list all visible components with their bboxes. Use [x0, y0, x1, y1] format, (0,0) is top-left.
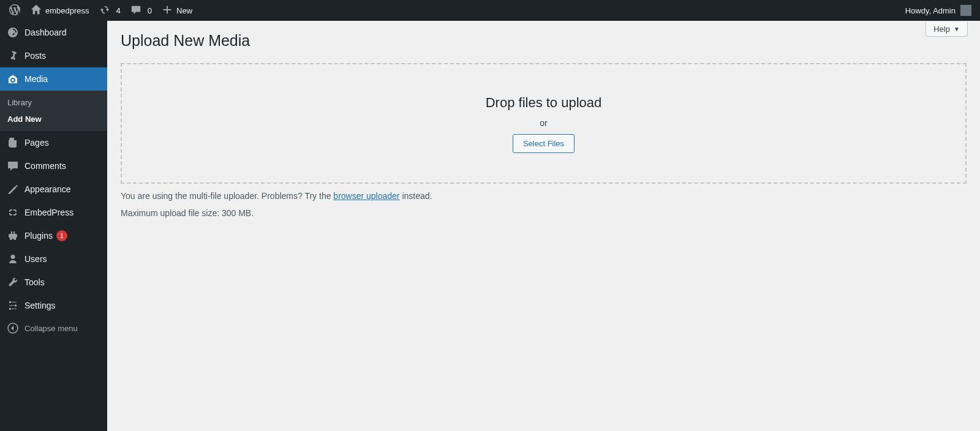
browser-uploader-link[interactable]: browser uploader — [333, 191, 399, 201]
page-title: Upload New Media — [121, 32, 967, 50]
help-label: Help — [933, 24, 950, 34]
new-content-link[interactable]: New — [157, 0, 197, 21]
updates-count: 4 — [116, 6, 121, 15]
comment-icon — [130, 4, 145, 17]
menu-tools[interactable]: Tools — [0, 271, 107, 294]
adminbar-left: embedpress 4 0 New — [4, 0, 197, 21]
menu-label: Posts — [24, 51, 46, 61]
media-icon — [6, 72, 20, 86]
menu-label: Comments — [24, 161, 66, 171]
dropzone-or: or — [134, 118, 953, 128]
appearance-icon — [6, 182, 20, 196]
plus-icon — [162, 4, 176, 17]
menu-plugins[interactable]: Plugins 1 — [0, 224, 107, 247]
wp-logo[interactable] — [4, 0, 26, 21]
menu-pages[interactable]: Pages — [0, 131, 107, 154]
comments-count: 0 — [148, 6, 152, 15]
avatar-icon — [960, 5, 971, 16]
howdy-text: Howdy, Admin — [905, 6, 956, 15]
new-label: New — [176, 6, 192, 15]
home-icon — [31, 4, 45, 17]
uploader-note: You are using the multi-file uploader. P… — [121, 191, 967, 201]
submenu-library[interactable]: Library — [0, 94, 107, 111]
submenu-media: Library Add New — [0, 91, 107, 131]
note-suffix: instead. — [400, 191, 432, 201]
dashboard-icon — [6, 26, 20, 39]
pushpin-icon — [6, 49, 20, 62]
update-icon — [99, 4, 114, 17]
users-icon — [6, 252, 20, 266]
menu-label: Appearance — [24, 184, 71, 194]
submenu-add-new[interactable]: Add New — [0, 111, 107, 127]
collapse-label: Collapse menu — [24, 324, 78, 333]
content-wrap: Upload New Media Drop files to upload or… — [107, 21, 980, 239]
chevron-down-icon: ▼ — [954, 26, 960, 32]
menu-label: Media — [24, 74, 48, 84]
menu-posts[interactable]: Posts — [0, 44, 107, 67]
menu-label: Plugins — [24, 231, 53, 241]
menu-media[interactable]: Media — [0, 67, 107, 91]
menu-embedpress[interactable]: EmbedPress — [0, 201, 107, 224]
menu-dashboard[interactable]: Dashboard — [0, 21, 107, 44]
comments-icon — [6, 159, 20, 173]
user-account-link[interactable]: Howdy, Admin — [900, 0, 976, 21]
admin-toolbar: embedpress 4 0 New Howdy, Admin — [0, 0, 980, 21]
admin-sidebar: Dashboard Posts Media Library Add New Pa… — [0, 21, 107, 431]
menu-comments[interactable]: Comments — [0, 154, 107, 178]
menu-label: Tools — [24, 277, 45, 287]
menu-appearance[interactable]: Appearance — [0, 178, 107, 201]
menu-label: Pages — [24, 138, 49, 148]
adminbar-right: Howdy, Admin — [900, 0, 976, 21]
settings-icon — [6, 299, 20, 312]
plugins-badge: 1 — [56, 230, 67, 241]
upload-dropzone[interactable]: Drop files to upload or Select Files — [121, 63, 967, 184]
menu-settings[interactable]: Settings — [0, 294, 107, 317]
pages-icon — [6, 136, 20, 149]
help-tab[interactable]: Help ▼ — [925, 22, 968, 37]
wordpress-icon — [9, 4, 21, 18]
menu-label: Dashboard — [24, 28, 67, 37]
collapse-menu[interactable]: Collapse menu — [0, 317, 107, 339]
updates-link[interactable]: 4 — [94, 0, 126, 21]
select-files-button[interactable]: Select Files — [513, 134, 575, 153]
note-prefix: You are using the multi-file uploader. P… — [121, 191, 333, 201]
comments-link[interactable]: 0 — [126, 0, 157, 21]
menu-label: Users — [24, 254, 47, 264]
tools-icon — [6, 275, 20, 289]
dropzone-title: Drop files to upload — [134, 95, 953, 111]
site-name-text: embedpress — [45, 6, 89, 15]
content-area: Help ▼ Upload New Media Drop files to up… — [107, 21, 980, 239]
site-name-link[interactable]: embedpress — [26, 0, 94, 21]
plugins-icon — [6, 229, 20, 242]
menu-label: EmbedPress — [24, 208, 74, 217]
menu-users[interactable]: Users — [0, 247, 107, 271]
embedpress-icon — [6, 206, 20, 219]
menu-label: Settings — [24, 301, 56, 310]
max-size-note: Maximum upload file size: 300 MB. — [121, 208, 967, 218]
collapse-icon — [6, 321, 20, 335]
